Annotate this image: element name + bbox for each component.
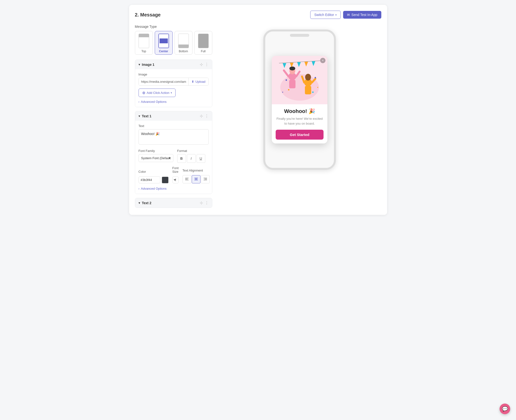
type-option-center[interactable]: Center [155,31,173,55]
type-option-top[interactable]: Top [135,31,153,55]
color-swatch[interactable] [162,177,169,183]
svg-point-27 [305,74,311,81]
phone-mockup: × [263,30,336,170]
svg-point-36 [317,87,318,88]
svg-rect-8 [204,178,207,178]
bold-button[interactable]: B [177,154,186,163]
type-option-bottom[interactable]: Bottom [175,31,192,55]
text1-drag-icon[interactable]: ⊹ [200,114,203,118]
svg-point-34 [312,91,314,93]
image-section-title: Image 1 [142,63,155,67]
svg-point-33 [288,89,289,90]
send-test-label: Send Test In-App [351,13,377,17]
svg-rect-10 [204,180,207,180]
text1-section-header: ▾ Text 1 ⊹ ⋮ [135,111,212,121]
phone-notch [290,34,309,37]
svg-rect-2 [185,180,189,180]
modal-subtitle: Finally you're here! We're excited to ha… [276,116,324,126]
image-url-input[interactable] [139,78,189,85]
text1-section: ▾ Text 1 ⊹ ⋮ Text Woohoo! 🎉 Font Family [135,111,212,194]
text2-drag-icon[interactable]: ⊹ [200,201,203,205]
type-icon-full [198,34,209,48]
align-center-icon [194,178,198,181]
text2-section-title: Text 2 [142,201,151,205]
align-buttons [183,175,210,183]
image-section-header: ▾ Image 1 ⊹ ⋮ [135,60,212,69]
svg-rect-4 [194,178,198,178]
svg-rect-25 [289,80,295,88]
text1-dots-icon[interactable]: ⋮ [205,114,209,118]
send-test-button[interactable]: ✉ Send Test In-App [343,11,381,19]
image-dots-icon[interactable]: ⋮ [205,62,209,67]
page-header: 2. Message Switch Editor ▾ ✉ Send Test I… [135,11,381,19]
format-label: Format [177,149,209,153]
text2-header-right: ⊹ ⋮ [200,201,209,205]
svg-rect-30 [305,86,311,94]
text1-textarea[interactable]: Woohoo! 🎉 [139,129,209,145]
text1-advanced-options[interactable]: › Advanced Options [139,187,209,190]
phone-screen: × [265,31,334,168]
celebration-illustration [272,56,327,104]
main-container: 2. Message Switch Editor ▾ ✉ Send Test I… [129,5,387,215]
color-group: Color [139,170,169,183]
italic-button[interactable]: I [187,154,196,163]
image-url-row: ⬆ Upload [139,78,209,86]
switch-editor-button[interactable]: Switch Editor ▾ [310,11,341,19]
image-collapse-icon[interactable]: ▾ [139,63,140,66]
svg-point-32 [315,77,316,78]
align-right-button[interactable] [201,175,210,183]
svg-rect-9 [205,179,207,179]
text2-dots-icon[interactable]: ⋮ [205,201,209,205]
svg-point-22 [289,67,295,70]
right-panel: × [218,25,381,209]
svg-rect-5 [195,179,197,179]
text-alignment-label: Text Alignment [183,169,210,172]
color-hex-input[interactable] [139,176,160,183]
type-option-full[interactable]: Full [194,31,212,55]
image-drag-icon[interactable]: ⊹ [200,62,203,67]
upload-button[interactable]: ⬆ Upload [188,78,208,85]
text-align-group: Text Alignment [183,169,210,183]
modal-close-button[interactable]: × [320,58,325,63]
text1-section-title: Text 1 [142,114,151,118]
font-size-label: Font Size [172,166,179,173]
image-advanced-options-label: Advanced Options [141,100,167,104]
align-left-button[interactable] [183,175,191,183]
type-options: Top Center Bottom [135,31,212,55]
modal-body: Woohoo! 🎉 Finally you're here! We're exc… [272,104,327,143]
chat-icon: 💬 [502,406,508,412]
full-bar-indicator [198,34,208,48]
svg-point-31 [286,79,287,81]
modal-image [272,56,327,104]
align-left-icon [185,178,189,181]
type-label-center: Center [159,50,168,53]
type-label-bottom: Bottom [179,50,188,53]
chat-fab-button[interactable]: 💬 [500,404,510,414]
image-advanced-options[interactable]: › Advanced Options [139,100,209,104]
image-section-body: Image ⬆ Upload ⊕ Add Click Action ▾ [135,69,212,107]
text1-collapse-icon[interactable]: ▾ [139,114,140,118]
content-area: Message Type Top Center [135,25,381,209]
text1-advanced-options-label: Advanced Options [141,187,167,190]
underline-button[interactable]: U [197,154,205,163]
header-buttons: Switch Editor ▾ ✉ Send Test In-App [310,11,381,19]
type-label-full: Full [201,50,206,53]
color-size-align-row: Color Font Size 36 [139,166,209,183]
font-size-select[interactable]: 36 [172,176,179,183]
add-click-action-button[interactable]: ⊕ Add Click Action ▾ [139,89,176,97]
bottom-bar-indicator [178,45,189,48]
add-click-plus-icon: ⊕ [142,90,145,95]
font-family-select[interactable]: System Font (Default) [139,154,173,162]
text2-collapse-icon[interactable]: ▾ [139,201,140,205]
text1-advanced-chevron-icon: › [139,187,140,190]
text1-field-label: Text [139,124,209,128]
align-center-button[interactable] [192,175,200,183]
text2-header-left: ▾ Text 2 [139,201,151,205]
svg-rect-0 [185,178,189,178]
image-header-right: ⊹ ⋮ [200,62,209,67]
chevron-down-icon: ▾ [335,14,337,16]
modal-cta-button[interactable]: Get Started [276,130,324,140]
top-bar-indicator [139,34,149,37]
svg-point-35 [282,92,283,93]
image-section: ▾ Image 1 ⊹ ⋮ Image ⬆ Upload [135,60,212,107]
